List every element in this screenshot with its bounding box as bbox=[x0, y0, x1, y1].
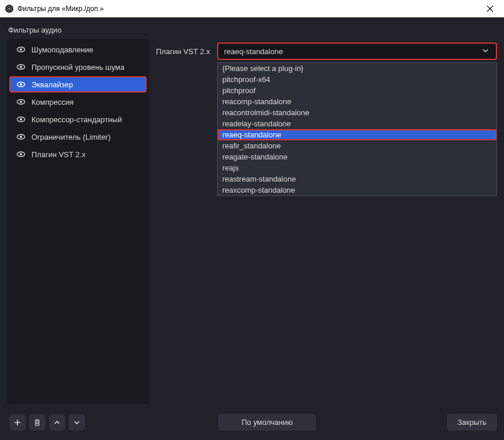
filter-item[interactable]: Плагин VST 2.x bbox=[9, 146, 147, 162]
dropdown-option[interactable]: reaeq-standalone bbox=[218, 129, 496, 140]
filter-item[interactable]: Шумоподавление bbox=[9, 41, 147, 58]
add-filter-button[interactable] bbox=[9, 414, 26, 431]
delete-filter-button[interactable] bbox=[29, 414, 45, 431]
visibility-eye-icon[interactable] bbox=[16, 62, 26, 72]
filter-settings: Плагин VST 2.x reaeq-standalone {Please … bbox=[156, 39, 497, 404]
dropdown-option[interactable]: reaxcomp-standalone bbox=[218, 184, 496, 196]
dropdown-option[interactable]: reacomp-standalone bbox=[218, 96, 496, 107]
svg-point-8 bbox=[20, 83, 22, 86]
svg-point-16 bbox=[20, 153, 22, 155]
visibility-eye-icon[interactable] bbox=[16, 80, 26, 89]
filter-item-label: Компрессор-стандартный bbox=[31, 115, 122, 124]
dropdown-option[interactable]: reafir_standalone bbox=[218, 140, 496, 151]
filter-item-label: Компрессия bbox=[31, 98, 74, 107]
dropdown-option[interactable]: pitchproof-x64 bbox=[218, 74, 496, 85]
section-label: Фильтры аудио bbox=[0, 17, 504, 39]
dropdown-option[interactable]: {Please select a plug-in} bbox=[218, 63, 496, 74]
plugin-selected-value: reaeq-standalone bbox=[224, 47, 482, 56]
caret-down-icon bbox=[482, 47, 490, 55]
filter-item[interactable]: Ограничитель (Limiter) bbox=[9, 129, 147, 145]
close-dialog-button[interactable]: Закрыть bbox=[447, 414, 497, 431]
dropdown-option[interactable]: reagate-standalone bbox=[218, 151, 496, 162]
visibility-eye-icon[interactable] bbox=[16, 115, 26, 124]
svg-point-2 bbox=[8, 8, 10, 10]
filter-item-label: Шумоподавление bbox=[31, 45, 93, 54]
titlebar: Фильтры для «Микр./доп.» bbox=[0, 0, 504, 17]
filter-item[interactable]: Эквалайзер bbox=[9, 76, 147, 93]
plugin-dropdown[interactable]: {Please select a plug-in}pitchproof-x64p… bbox=[217, 62, 497, 196]
filter-item[interactable]: Пропускной уровень шума bbox=[9, 59, 147, 75]
plugin-row: Плагин VST 2.x reaeq-standalone {Please … bbox=[156, 39, 497, 63]
visibility-eye-icon[interactable] bbox=[16, 45, 26, 54]
filters-sidebar: ШумоподавлениеПропускной уровень шумаЭкв… bbox=[7, 39, 149, 404]
visibility-eye-icon[interactable] bbox=[16, 97, 26, 107]
filter-item-label: Эквалайзер bbox=[31, 80, 73, 89]
window-title: Фильтры для «Микр./доп.» bbox=[17, 5, 478, 13]
filter-item-label: Ограничитель (Limiter) bbox=[31, 133, 111, 141]
sidebar-toolbar bbox=[7, 411, 87, 433]
app-icon bbox=[5, 4, 14, 13]
move-down-button[interactable] bbox=[69, 414, 85, 431]
svg-point-14 bbox=[20, 136, 22, 138]
plugin-combo-wrap: reaeq-standalone {Please select a plug-i… bbox=[217, 42, 497, 60]
plugin-label: Плагин VST 2.x bbox=[156, 47, 210, 56]
move-up-button[interactable] bbox=[49, 414, 65, 431]
dropdown-option[interactable]: pitchproof bbox=[218, 85, 496, 96]
visibility-eye-icon[interactable] bbox=[16, 150, 26, 159]
dialog-body: ШумоподавлениеПропускной уровень шумаЭкв… bbox=[0, 39, 504, 411]
visibility-eye-icon[interactable] bbox=[16, 132, 26, 141]
dropdown-option[interactable]: readelay-standalone bbox=[218, 118, 496, 129]
close-button[interactable] bbox=[478, 1, 502, 17]
dropdown-option[interactable]: reajs bbox=[218, 162, 496, 173]
dropdown-option[interactable]: reacontrolmidi-standalone bbox=[218, 107, 496, 118]
filter-item[interactable]: Компрессор-стандартный bbox=[9, 111, 147, 127]
filter-item-label: Плагин VST 2.x bbox=[31, 150, 86, 159]
footer: По умолчанию Закрыть bbox=[0, 411, 504, 440]
defaults-button[interactable]: По умолчанию bbox=[218, 414, 316, 431]
svg-point-4 bbox=[20, 48, 22, 51]
svg-point-10 bbox=[20, 101, 22, 103]
svg-point-12 bbox=[20, 118, 22, 120]
dropdown-option[interactable]: reastream-standalone bbox=[218, 173, 496, 184]
filter-item[interactable]: Компрессия bbox=[9, 94, 147, 110]
filter-item-label: Пропускной уровень шума bbox=[31, 63, 125, 72]
filters-dialog: Фильтры для «Микр./доп.» Фильтры аудио Ш… bbox=[0, 0, 504, 440]
plugin-combobox[interactable]: reaeq-standalone bbox=[217, 42, 497, 60]
svg-point-6 bbox=[20, 66, 22, 68]
filters-list: ШумоподавлениеПропускной уровень шумаЭкв… bbox=[7, 39, 149, 404]
